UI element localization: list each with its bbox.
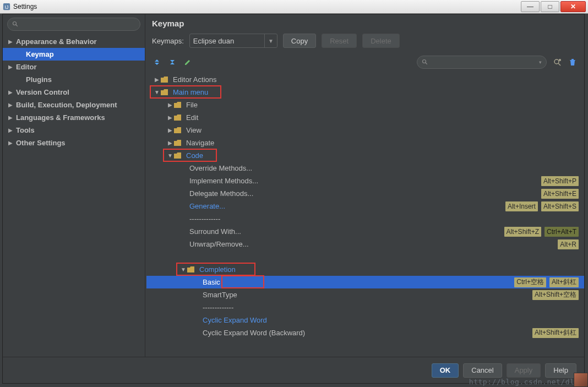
sidebar-item-languages-frameworks[interactable]: ▶Languages & Frameworks — [3, 111, 145, 124]
keymaps-label: Keymaps: — [152, 37, 184, 45]
reset-button[interactable]: Reset — [322, 34, 357, 48]
tree-label: ------------- — [187, 215, 220, 223]
shortcut-badge: Ctrl+Alt+T — [545, 227, 579, 237]
tree-action[interactable]: Cyclic Expand Word — [146, 314, 584, 326]
tree-folder[interactable]: ▶File — [146, 99, 584, 111]
expand-icon: ▼ — [166, 152, 174, 159]
expand-icon: ▶ — [166, 127, 174, 133]
edit-icon[interactable] — [183, 57, 193, 67]
trash-icon[interactable] — [568, 57, 578, 67]
tree-label: Override Methods... — [187, 164, 252, 172]
svg-point-2 — [13, 22, 17, 25]
tree-label: Cyclic Expand Word (Backward) — [200, 329, 305, 337]
window-close-button[interactable]: ✕ — [560, 1, 586, 12]
expand-icon: ▼ — [153, 89, 161, 95]
sidebar-item-build-execution-deployment[interactable]: ▶Build, Execution, Deployment — [3, 99, 145, 111]
tree-label: Delegate Methods... — [187, 189, 253, 198]
tree-action[interactable]: SmartTypeAlt+Shift+空格 — [146, 288, 584, 301]
sidebar-item-label: Keymap — [26, 50, 54, 58]
sidebar-item-version-control[interactable]: ▶Version Control — [3, 86, 145, 99]
expand-icon: ▶ — [153, 77, 161, 83]
folder-icon — [187, 266, 195, 273]
sidebar-item-appearance-behavior[interactable]: ▶Appearance & Behavior — [3, 35, 145, 48]
action-search-input[interactable]: ▾ — [417, 56, 547, 69]
help-button[interactable]: Help — [545, 363, 576, 378]
sidebar-item-other-settings[interactable]: ▶Other Settings — [3, 137, 145, 149]
expand-all-icon[interactable] — [152, 57, 162, 67]
window-maximize-button[interactable]: □ — [541, 1, 559, 12]
tree-action[interactable]: Generate...Alt+InsertAlt+Shift+S — [146, 200, 584, 212]
tree-action[interactable]: Override Methods... — [146, 162, 584, 175]
tree-action[interactable]: ------------- — [146, 301, 584, 314]
folder-icon — [174, 102, 182, 108]
svg-line-3 — [16, 25, 18, 26]
copy-button[interactable]: Copy — [283, 34, 316, 48]
tree-label: Completion — [197, 265, 236, 274]
svg-point-4 — [423, 60, 426, 63]
tree-action[interactable]: Delegate Methods...Alt+Shift+E — [146, 187, 584, 200]
tree-label: File — [184, 101, 198, 109]
tree-label: Main menu — [171, 88, 208, 96]
shortcut-badge: Alt+Shift+空格 — [532, 290, 579, 300]
tree-folder[interactable]: ▼Code — [146, 149, 584, 162]
caret-icon: ▶ — [8, 140, 16, 146]
sidebar-item-plugins[interactable]: Plugins — [3, 73, 145, 86]
caret-icon: ▶ — [8, 102, 16, 108]
search-icon — [422, 59, 428, 66]
app-logo-icon: IJ — [2, 2, 11, 11]
tree-action[interactable]: Cyclic Expand Word (Backward)Alt+Shift+斜… — [146, 326, 584, 339]
keymaps-dropdown[interactable]: Eclipse duan ▼ — [189, 34, 277, 48]
tree-action[interactable]: Unwrap/Remove...Alt+R — [146, 238, 584, 250]
sidebar-item-label: Languages & Frameworks — [16, 113, 105, 122]
titlebar: IJ Settings — □ ✕ — [0, 0, 588, 14]
tree-folder[interactable]: ▶Editor Actions — [146, 73, 584, 86]
window-minimize-button[interactable]: — — [521, 1, 540, 12]
tree-action[interactable]: Implement Methods...Alt+Shift+P — [146, 175, 584, 187]
tree-action[interactable]: Surround With...Alt+Shift+ZCtrl+Alt+T — [146, 225, 584, 238]
tree-label: Edit — [184, 113, 198, 122]
svg-point-6 — [554, 59, 559, 64]
tree-label: Surround With... — [187, 227, 241, 236]
tree-folder[interactable]: ▶Navigate — [146, 137, 584, 149]
sidebar-item-keymap[interactable]: Keymap — [3, 48, 145, 61]
main-panel: Keymap Keymaps: Eclipse duan ▼ Copy Rese… — [145, 14, 584, 357]
sidebar-item-label: Tools — [16, 126, 35, 134]
shortcut-badge: Alt+Shift+P — [541, 176, 579, 186]
shortcut-badge: Alt+Shift+S — [541, 201, 579, 211]
tree-action[interactable]: BasicCtrl+空格Alt+斜杠 — [146, 276, 584, 288]
tree-folder[interactable]: ▶View — [146, 124, 584, 137]
tree-action[interactable]: ------------- — [146, 212, 584, 225]
shortcut-badge: Alt+R — [558, 239, 579, 249]
caret-icon: ▶ — [8, 127, 16, 133]
sidebar-item-tools[interactable]: ▶Tools — [3, 124, 145, 137]
apply-button[interactable]: Apply — [507, 363, 541, 378]
avatar — [574, 373, 588, 387]
folder-icon — [174, 140, 182, 146]
keymap-tree[interactable]: ▶Editor Actions▼Main menu▶File▶Edit▶View… — [145, 72, 584, 357]
sidebar-search-input[interactable] — [7, 18, 140, 31]
tree-label: Basic — [200, 278, 220, 286]
tree-label: View — [184, 126, 202, 134]
caret-icon: ▶ — [8, 39, 16, 45]
cancel-button[interactable]: Cancel — [463, 363, 502, 378]
tree-folder[interactable]: ▶Edit — [146, 111, 584, 124]
expand-icon: ▶ — [166, 102, 174, 108]
folder-icon — [174, 115, 182, 121]
folder-icon — [174, 152, 182, 159]
ok-button[interactable]: OK — [432, 363, 459, 378]
chevron-down-icon: ▼ — [264, 34, 274, 47]
sidebar-item-editor[interactable]: ▶Editor — [3, 61, 145, 73]
tree-label: SmartType — [200, 291, 237, 299]
find-by-shortcut-icon[interactable] — [552, 57, 562, 67]
sidebar-item-label: Editor — [16, 63, 37, 71]
dialog-footer: OK Cancel Apply Help — [3, 357, 584, 383]
tree-folder[interactable]: ▼Completion — [146, 263, 584, 276]
collapse-all-icon[interactable] — [167, 57, 177, 67]
sidebar-item-label: Appearance & Behavior — [16, 37, 97, 46]
delete-button[interactable]: Delete — [362, 34, 400, 48]
shortcut-badge: Ctrl+空格 — [514, 277, 546, 287]
tree-label: Cyclic Expand Word — [200, 316, 267, 324]
tree-action[interactable] — [146, 250, 584, 263]
tree-folder[interactable]: ▼Main menu — [146, 86, 584, 99]
expand-icon: ▼ — [179, 266, 187, 272]
